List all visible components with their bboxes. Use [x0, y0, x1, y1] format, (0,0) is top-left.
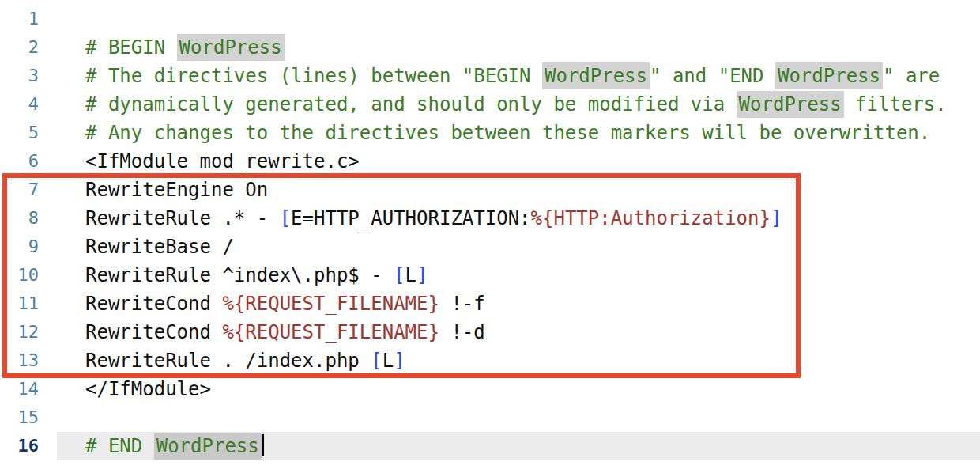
bracket-token: [ — [394, 264, 405, 286]
comment-token: # The directives (lines) between "BEGIN — [85, 65, 542, 87]
code-text[interactable]: # Any changes to the directives between … — [57, 119, 980, 147]
line-number: 4 — [0, 90, 57, 119]
variable-token: %{REQUEST_FILENAME} — [222, 293, 439, 315]
code-line[interactable]: 5# Any changes to the directives between… — [0, 119, 980, 147]
variable-token: %{REQUEST_FILENAME} — [222, 321, 439, 343]
code-line[interactable]: 2# BEGIN WordPress — [0, 33, 980, 62]
code-text[interactable]: RewriteRule ^index\.php$ - [L] — [57, 261, 980, 289]
code-text[interactable]: <IfModule mod_rewrite.c> — [57, 147, 980, 176]
code-line[interactable]: 8RewriteRule .* - [E=HTTP_AUTHORIZATION:… — [0, 204, 980, 233]
line-number: 1 — [0, 5, 57, 33]
line-number: 8 — [0, 204, 57, 233]
code-text[interactable]: </IfModule> — [57, 375, 980, 403]
bracket-token: ] — [771, 207, 782, 229]
line-number: 6 — [0, 147, 57, 176]
comment-token: filters. — [844, 93, 947, 115]
code-line[interactable]: 1 — [0, 5, 980, 33]
code-token: RewriteEngine On — [85, 179, 268, 201]
code-token: RewriteRule . /index.php — [85, 350, 371, 372]
comment-token: " are — [883, 65, 940, 87]
code-line[interactable]: 9RewriteBase / — [0, 233, 980, 261]
line-number: 13 — [0, 346, 57, 375]
bracket-token: [ — [371, 350, 382, 372]
code-token: !-f — [439, 293, 485, 315]
line-number: 11 — [0, 289, 57, 318]
code-token: L — [405, 264, 416, 286]
code-text[interactable]: RewriteEngine On — [57, 176, 980, 204]
line-number: 10 — [0, 261, 57, 289]
search-match-highlight: WordPress — [542, 62, 650, 89]
code-text[interactable]: RewriteRule .* - [E=HTTP_AUTHORIZATION:%… — [57, 204, 980, 233]
comment-token: # BEGIN — [85, 36, 177, 59]
search-match-highlight: WordPress — [177, 34, 285, 61]
code-text[interactable]: RewriteCond %{REQUEST_FILENAME} !-f — [57, 289, 980, 318]
code-text[interactable]: # END WordPress — [57, 432, 980, 460]
code-token: RewriteRule ^index\.php$ - — [85, 264, 394, 286]
comment-token: # dynamically generated, and should only… — [85, 93, 737, 115]
search-match-highlight: WordPress — [775, 62, 883, 89]
code-token: RewriteCond — [85, 321, 222, 343]
code-line[interactable]: 11RewriteCond %{REQUEST_FILENAME} !-f — [0, 289, 980, 318]
bracket-token: ] — [416, 264, 428, 286]
line-number: 3 — [0, 62, 57, 90]
code-text[interactable]: RewriteBase / — [57, 233, 980, 261]
code-line[interactable]: 14</IfModule> — [0, 375, 980, 403]
code-line[interactable]: 7RewriteEngine On — [0, 176, 980, 204]
code-text[interactable]: # BEGIN WordPress — [57, 33, 980, 62]
code-text[interactable]: RewriteCond %{REQUEST_FILENAME} !-d — [57, 318, 980, 346]
code-line[interactable]: 4# dynamically generated, and should onl… — [0, 90, 980, 119]
line-number: 14 — [0, 375, 57, 403]
code-text[interactable]: # dynamically generated, and should only… — [57, 90, 980, 119]
variable-token: %{HTTP:Authorization} — [531, 207, 771, 229]
code-text[interactable]: RewriteRule . /index.php [L] — [57, 346, 980, 375]
line-number: 7 — [0, 176, 57, 204]
code-token: E=HTTP_AUTHORIZATION: — [291, 207, 530, 229]
code-editor[interactable]: 12# BEGIN WordPress3# The directives (li… — [0, 0, 980, 473]
code-text[interactable]: # The directives (lines) between "BEGIN … — [57, 62, 980, 90]
code-line[interactable]: 10RewriteRule ^index\.php$ - [L] — [0, 261, 980, 289]
code-token: RewriteRule .* - — [85, 207, 280, 229]
bracket-token: ] — [394, 350, 405, 372]
line-number: 12 — [0, 318, 57, 346]
code-line[interactable]: 12RewriteCond %{REQUEST_FILENAME} !-d — [0, 318, 980, 346]
text-cursor — [262, 434, 264, 456]
active-search-match-highlight: WordPress — [154, 433, 262, 460]
code-token: L — [383, 350, 394, 372]
code-token: RewriteBase / — [85, 236, 234, 258]
comment-token: # Any changes to the directives between … — [85, 122, 930, 144]
comment-token: # END — [85, 435, 154, 457]
code-line[interactable]: 13RewriteRule . /index.php [L] — [0, 346, 980, 375]
code-token: !-d — [439, 321, 485, 343]
code-line[interactable]: 6<IfModule mod_rewrite.c> — [0, 147, 980, 176]
search-match-highlight: WordPress — [737, 91, 844, 118]
code-text[interactable] — [57, 5, 980, 33]
code-text[interactable] — [57, 403, 980, 432]
line-number: 16 — [0, 432, 57, 460]
line-number: 9 — [0, 233, 57, 261]
line-number: 5 — [0, 119, 57, 147]
code-token: <IfModule mod_rewrite.c> — [85, 150, 360, 172]
line-number: 15 — [0, 403, 57, 432]
comment-token: " and "END — [650, 65, 775, 87]
line-number: 2 — [0, 33, 57, 62]
code-line[interactable]: 3# The directives (lines) between "BEGIN… — [0, 62, 980, 90]
code-token: RewriteCond — [85, 293, 222, 315]
code-line[interactable]: 15 — [0, 403, 980, 432]
code-token: </IfModule> — [85, 378, 211, 400]
code-line-active[interactable]: 16# END WordPress — [0, 432, 980, 460]
code-lines: 12# BEGIN WordPress3# The directives (li… — [0, 0, 980, 460]
bracket-token: [ — [280, 207, 291, 229]
